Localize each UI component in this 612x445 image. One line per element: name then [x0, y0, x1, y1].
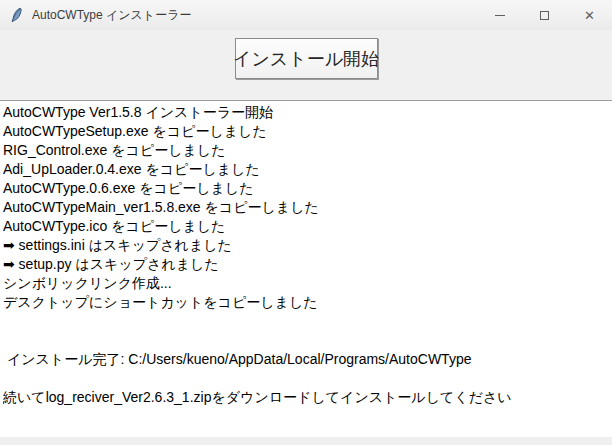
- close-icon: ✕: [584, 9, 595, 22]
- log-line: RIG_Control.exe をコピーしました: [3, 141, 610, 160]
- top-panel: インストール開始: [0, 30, 612, 100]
- log-line: AutoCWType.0.6.exe をコピーしました: [3, 179, 610, 198]
- log-line: AutoCWTypeMain_ver1.5.8.exe をコピーしました: [3, 198, 610, 217]
- log-line: [3, 331, 610, 350]
- log-line: [3, 312, 610, 331]
- minimize-icon: [495, 15, 505, 16]
- log-line: [3, 369, 610, 388]
- maximize-button[interactable]: [522, 0, 567, 30]
- log-line: AutoCWType Ver1.5.8 インストーラー開始: [3, 103, 610, 122]
- maximize-icon: [540, 11, 549, 20]
- log-line: インストール完了: C:/Users/kueno/AppData/Local/P…: [3, 350, 610, 369]
- log-line: 続いてlog_reciver_Ver2.6.3_1.zipをダウンロードしてイン…: [3, 388, 610, 407]
- log-line: シンボリックリンク作成...: [3, 274, 610, 293]
- log-line: Adi_UpLoader.0.4.exe をコピーしました: [3, 160, 610, 179]
- install-start-button[interactable]: インストール開始: [235, 38, 378, 79]
- log-line: ➡ settings.ini はスキップされました: [3, 236, 610, 255]
- minimize-button[interactable]: [477, 0, 522, 30]
- close-button[interactable]: ✕: [567, 0, 612, 30]
- log-line: ➡ setup.py はスキップされました: [3, 255, 610, 274]
- titlebar: AutoCWType インストーラー ✕: [0, 0, 612, 30]
- install-log: AutoCWType Ver1.5.8 インストーラー開始 AutoCWType…: [0, 100, 612, 437]
- log-line: AutoCWTypeSetup.exe をコピーしました: [3, 122, 610, 141]
- bottom-strip: [0, 437, 612, 445]
- log-line: AutoCWType.ico をコピーしました: [3, 217, 610, 236]
- log-line: デスクトップにショートカットをコピーしました: [3, 293, 610, 312]
- feather-app-icon: [9, 7, 25, 23]
- installer-window: AutoCWType インストーラー ✕ インストール開始 AutoCWType…: [0, 0, 612, 445]
- window-title: AutoCWType インストーラー: [32, 7, 191, 24]
